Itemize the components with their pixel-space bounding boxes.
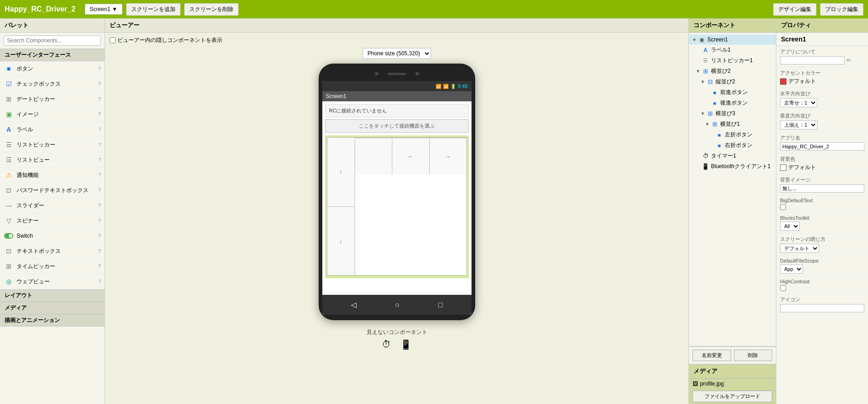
passwordbox-help[interactable]: ? — [98, 187, 101, 193]
phone-col-left: ↑ ↓ — [327, 138, 355, 275]
screenclose-select[interactable]: デフォルト — [780, 244, 819, 253]
accent-color-swatch[interactable] — [780, 78, 786, 85]
phone-top — [322, 69, 472, 78]
comp-item-vertical2[interactable]: ▼ ⊟ 縦並び2 — [689, 76, 776, 87]
palette-item-textbox[interactable]: ⊡ テキストボックス ? — [0, 244, 105, 259]
phone-connect-button[interactable]: ここをタッチして接続機器を選ぶ — [325, 119, 469, 133]
palette-item-checkbox[interactable]: ☑ チェックボックス ? — [0, 76, 105, 92]
design-editor-button[interactable]: デザイン編集 — [773, 3, 816, 16]
upload-button[interactable]: ファイルをアップロード — [693, 391, 772, 402]
phone-recent-btn[interactable]: □ — [435, 299, 447, 311]
phone-back-btn[interactable]: ◁ — [347, 299, 360, 311]
timepicker-help[interactable]: ? — [98, 263, 101, 269]
expand-horizontal2[interactable]: ▼ — [695, 69, 701, 74]
prop-accent-value[interactable]: デフォルト — [780, 77, 864, 85]
add-screen-button[interactable]: スクリーンを追加 — [126, 3, 181, 16]
palette-item-slider[interactable]: — スライダー ? — [0, 198, 105, 213]
palette-item-webview[interactable]: ◎ ウェブビュー ? — [0, 274, 105, 289]
palette-item-datepicker[interactable]: ⊞ デートピッカー ? — [0, 92, 105, 107]
comp-item-fwd-btn[interactable]: ■ 前進ボタン — [689, 87, 776, 98]
block-editor-button[interactable]: ブロック編集 — [820, 3, 863, 16]
checkbox-help[interactable]: ? — [98, 81, 101, 87]
expand-horizontal1[interactable]: ▼ — [705, 122, 710, 127]
datepicker-icon: ⊞ — [4, 94, 14, 104]
palette-item-switch[interactable]: Switch ? — [0, 228, 105, 244]
palette-item-passwordbox[interactable]: ⊡ パスワードテキストボックス ? — [0, 183, 105, 198]
slider-help[interactable]: ? — [98, 203, 101, 208]
viewer-options: ビューアー内の隠しコンポーネントを表示 — [105, 33, 688, 48]
phone-home-btn[interactable]: ○ — [391, 299, 403, 311]
vertical2-label: 縦並び2 — [716, 78, 735, 86]
highcontrast-checkbox[interactable] — [780, 285, 786, 291]
phone-up-button[interactable]: ↑ — [327, 138, 355, 207]
webview-help[interactable]: ? — [98, 279, 101, 284]
image-help[interactable]: ? — [98, 111, 101, 117]
bigdefaulttext-checkbox[interactable] — [780, 204, 786, 210]
about-pencil-icon[interactable]: ✏ — [846, 57, 851, 64]
media-item-profile[interactable]: 🖼 profile.jpg — [689, 379, 776, 389]
spinner-label: スピナー — [17, 217, 98, 225]
rename-button[interactable]: 名前変更 — [693, 350, 731, 361]
slider-icon: — — [4, 200, 14, 211]
palette-item-spinner[interactable]: ▽ スピナー ? — [0, 213, 105, 228]
phone-right-button[interactable]: → — [430, 138, 466, 175]
comp-item-left-btn[interactable]: ■ 左折ボタン — [689, 129, 776, 140]
listview-label: リストビュー — [17, 156, 98, 164]
comp-item-horizontal1[interactable]: ▼ ⊞ 横並び1 — [689, 119, 776, 129]
comp-item-back-btn[interactable]: ■ 後進ボタン — [689, 98, 776, 108]
prop-bgcolor-value[interactable]: デフォルト — [780, 164, 864, 171]
expand-horizontal3[interactable]: ▼ — [700, 111, 705, 117]
filescope-select[interactable]: App — [780, 264, 803, 274]
appname-input[interactable] — [780, 142, 864, 151]
listpicker-help[interactable]: ? — [98, 142, 101, 147]
comp-item-screen1[interactable]: ▼ ▣ Screen1 — [689, 35, 776, 45]
palette-item-listview[interactable]: ☰ リストビュー ? — [0, 152, 105, 168]
bgcolor-swatch[interactable] — [780, 164, 786, 171]
switch-help[interactable]: ? — [98, 233, 101, 239]
delete-screen-button[interactable]: スクリーンを削除 — [184, 3, 239, 16]
image-label: イメージ — [17, 111, 98, 118]
expand-screen1[interactable]: ▼ — [692, 37, 697, 42]
palette-item-label[interactable]: A ラベル ? — [0, 122, 105, 137]
palette-search-container — [0, 33, 105, 49]
phone-down-button[interactable]: ↓ — [327, 207, 355, 275]
valign-select[interactable]: 上揃え：1 — [780, 120, 817, 129]
blockstoolkit-select[interactable]: All — [780, 222, 800, 231]
palette-item-listpicker[interactable]: ☰ リストピッカー ? — [0, 137, 105, 152]
icon-input[interactable] — [780, 304, 864, 312]
palette-item-notification[interactable]: ⚠ 通知機能 ? — [0, 168, 105, 183]
button-help[interactable]: ? — [98, 66, 101, 71]
halign-select[interactable]: 左寄せ：1 — [780, 98, 817, 107]
phone-left-button[interactable]: ← — [392, 138, 430, 175]
show-hidden-label[interactable]: ビューアー内の隠しコンポーネントを表示 — [110, 36, 222, 44]
comp-item-timer1[interactable]: ⏱ タイマー1 — [689, 151, 776, 161]
datepicker-help[interactable]: ? — [98, 96, 101, 102]
palette-item-image[interactable]: ▣ イメージ ? — [0, 107, 105, 122]
palette-item-button[interactable]: ■ ボタン ? — [0, 61, 105, 76]
listview-help[interactable]: ? — [98, 157, 101, 163]
comp-item-listpicker1[interactable]: ☰ リストピッカー1 — [689, 55, 776, 66]
comp-item-bluetooth1[interactable]: 📱 Bluetoothクライアント1 — [689, 161, 776, 172]
show-hidden-checkbox[interactable] — [110, 37, 116, 43]
bgimage-input[interactable] — [780, 184, 864, 193]
comp-item-label1[interactable]: A ラベル1 — [689, 45, 776, 55]
viewer-header: ビューアー — [105, 18, 688, 33]
palette-item-timepicker[interactable]: ⊞ タイムピッカー ? — [0, 259, 105, 274]
expand-vertical2[interactable]: ▼ — [700, 79, 705, 85]
horizontal2-label: 横並び2 — [711, 67, 731, 75]
comp-item-horizontal2[interactable]: ▼ ⊞ 横並び2 — [689, 66, 776, 76]
label-help[interactable]: ? — [98, 127, 101, 132]
notification-help[interactable]: ? — [98, 172, 101, 178]
comp-item-horizontal3[interactable]: ▼ ⊞ 横並び3 — [689, 108, 776, 119]
spinner-help[interactable]: ? — [98, 218, 101, 223]
media-file-icon: 🖼 — [693, 381, 698, 387]
about-input[interactable] — [780, 56, 845, 64]
delete-component-button[interactable]: 削除 — [734, 350, 773, 361]
comp-item-right-btn[interactable]: ■ 右折ボタン — [689, 140, 776, 151]
search-input[interactable] — [4, 35, 101, 46]
phone-size-select[interactable]: Phone size (505,320) — [362, 48, 431, 59]
textbox-help[interactable]: ? — [98, 248, 101, 254]
prop-bigdefaulttext-label: BigDefaultText — [780, 198, 864, 203]
screen-selector[interactable]: Screen1 ▼ — [85, 4, 122, 15]
expand-label1 — [695, 47, 701, 53]
